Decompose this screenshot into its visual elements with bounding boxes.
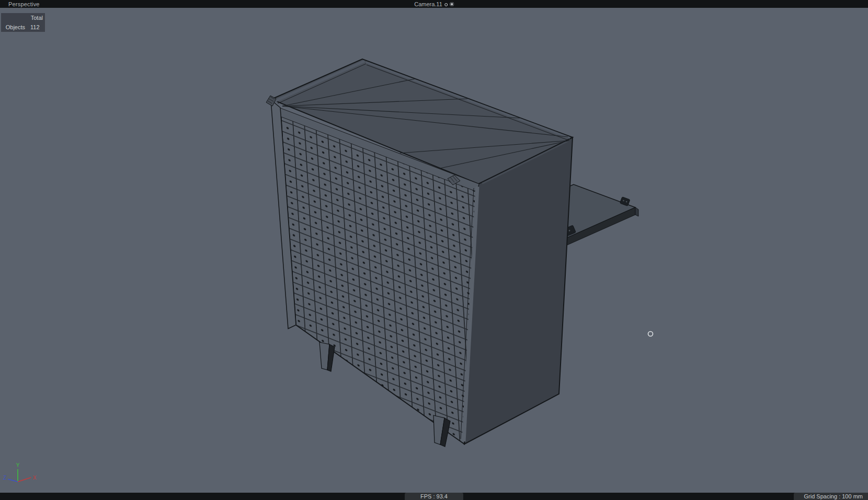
cabinet-leg-right [433, 415, 450, 447]
grid-spacing-indicator: Grid Spacing : 100 mm [794, 493, 868, 500]
camera-hud-group: Camera.11 [414, 0, 454, 8]
stats-row-label: Objects [1, 22, 27, 32]
cabinet-model[interactable] [266, 59, 573, 447]
axis-x-line [18, 478, 31, 482]
view-mode-menu-label[interactable]: Perspective [8, 1, 40, 7]
cabinet-leg-left [319, 342, 335, 371]
camera-link-icon[interactable] [450, 2, 454, 6]
viewport-bottom-bar: FPS : 93.4 Grid Spacing : 100 mm [0, 493, 868, 500]
axis-x-label: X [33, 475, 37, 481]
shelf-end-cap [635, 207, 638, 216]
axis-z-label: Z [3, 475, 6, 481]
viewport-top-bar: Perspective Camera.11 [0, 0, 868, 8]
object-stats-panel: Total Objects 112 [1, 13, 45, 32]
camera-name-label[interactable]: Camera.11 [414, 1, 442, 7]
stats-header-total: Total [27, 13, 45, 22]
stats-empty-cell [1, 13, 27, 22]
camera-state-ring-icon[interactable] [444, 3, 448, 6]
viewport-3d[interactable]: Y X Z [0, 0, 868, 500]
axis-gizmo: Y X Z [3, 462, 37, 482]
null-object-marker[interactable] [648, 332, 653, 336]
fps-indicator: FPS : 93.4 [405, 493, 463, 500]
viewport-window: Perspective Camera.11 Total Objects 112 [0, 0, 868, 500]
axis-y-label: Y [16, 462, 20, 468]
axis-z-line [8, 479, 18, 482]
stats-row-value: 112 [27, 22, 45, 32]
